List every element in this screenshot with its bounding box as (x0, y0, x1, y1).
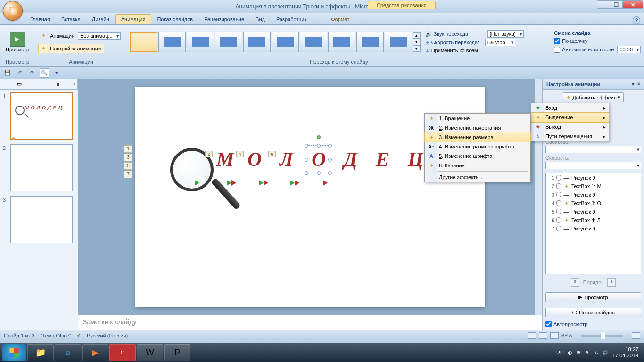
letter-d[interactable]: Д (344, 148, 357, 171)
gallery-down[interactable]: ▾ (413, 39, 421, 45)
animation-tag[interactable]: 5 (124, 162, 132, 170)
apply-all-button[interactable]: ⊞ Применить ко всем (425, 47, 524, 53)
tab-design[interactable]: Дизайн (86, 15, 115, 24)
gallery-expand[interactable]: ▾ (413, 45, 421, 52)
minimize-button[interactable]: ─ (597, 0, 610, 9)
custom-animation-button[interactable]: ✦ Настройка анимации (38, 44, 104, 53)
slideshow-view-button[interactable] (550, 332, 559, 339)
qat-more[interactable]: ▾ (52, 68, 61, 78)
path-point-icon[interactable] (295, 180, 299, 186)
fit-button[interactable] (632, 332, 640, 339)
network-icon[interactable]: 🖧 (593, 350, 598, 355)
animation-list-item[interactable]: 7—Рисунок 9 (546, 224, 641, 233)
close-button[interactable]: ✕ (622, 0, 643, 9)
menu-entrance[interactable]: ★Вход▸ (531, 103, 609, 113)
transition-item[interactable] (215, 32, 242, 52)
menu-motion-paths[interactable]: ☆Пути перемещения▸ (531, 132, 609, 141)
menu-teeter[interactable]: ✦6. Качание (425, 161, 530, 170)
pane-menu[interactable]: ▾ (632, 81, 635, 87)
auto-time-field[interactable]: 00:00 (617, 46, 641, 53)
menu-more-effects[interactable]: Другие эффекты... (425, 173, 530, 182)
tab-home[interactable]: Главная (25, 15, 56, 24)
on-click-checkbox[interactable]: По щелчку (554, 38, 587, 44)
language-bar[interactable]: RU (556, 350, 564, 355)
tray-icon[interactable]: ⚑ (576, 350, 581, 356)
qat-custom-button[interactable]: 🔍 (40, 68, 49, 78)
tab-review[interactable]: Рецензирование (198, 15, 250, 24)
speed-dropdown[interactable] (545, 162, 641, 169)
slides-tab[interactable]: ▭ (0, 79, 39, 89)
animate-dropdown[interactable]: ✦ Анимация: Без анимац... (38, 31, 124, 41)
redo-button[interactable]: ↷ (27, 68, 37, 78)
tab-view[interactable]: Вид (250, 15, 271, 24)
animation-tag[interactable]: 3 (124, 154, 132, 161)
animation-list-item[interactable]: 2✦TextBox 1: М (546, 182, 641, 190)
tab-animations[interactable]: Анимация (115, 14, 152, 24)
add-effect-button[interactable]: ✦ Добавить эффект ▾ (563, 92, 623, 102)
help-button[interactable]: ? (633, 16, 640, 24)
path-point-icon[interactable] (231, 180, 236, 186)
resize-handle[interactable] (328, 171, 332, 175)
transition-item[interactable] (243, 32, 271, 52)
tab-developer[interactable]: Разработчик (271, 15, 312, 24)
transition-item[interactable] (187, 32, 214, 52)
letter-m[interactable]: М (216, 148, 234, 171)
auto-after-checkbox[interactable]: Автоматически после: 00:00 (554, 46, 641, 53)
tab-insert[interactable]: Вставка (56, 15, 86, 24)
clock[interactable]: 10:27 17.04.2019 (612, 346, 638, 359)
zoom-out-button[interactable]: − (575, 333, 578, 338)
path-start-icon[interactable] (195, 180, 199, 186)
transition-item[interactable] (300, 32, 327, 52)
letter-ts[interactable]: Ц (408, 148, 423, 171)
tab-slideshow[interactable]: Показ слайдов (151, 15, 198, 24)
letter-e[interactable]: Е (376, 148, 389, 171)
resize-handle[interactable] (317, 171, 321, 175)
path-end-icon[interactable] (323, 180, 328, 186)
slideshow-button[interactable]: 🖵 Показ слайдов (545, 308, 641, 317)
action-center-icon[interactable]: ⚑ (585, 350, 589, 356)
zoom-in-button[interactable]: + (626, 333, 629, 338)
resize-handle[interactable] (305, 158, 308, 162)
animation-list-item[interactable]: 5—Рисунок 9 (546, 207, 641, 216)
spellcheck-icon[interactable]: ✔ (77, 332, 81, 338)
resize-handle[interactable] (305, 171, 308, 175)
taskbar-ie[interactable]: e (55, 344, 81, 361)
sorter-view-button[interactable] (539, 332, 547, 339)
taskbar-word[interactable]: W (137, 344, 163, 361)
animation-list-item[interactable]: 1—Рисунок 9 (546, 173, 641, 182)
move-up-button[interactable]: ⬆ (571, 278, 579, 287)
animation-list-item[interactable]: 4✦TextBox 3: О (546, 199, 641, 207)
tab-format[interactable]: Формат (325, 15, 355, 24)
property-dropdown[interactable] (545, 146, 641, 153)
preview-button[interactable]: Просмотр (3, 31, 32, 53)
resize-handle[interactable] (328, 158, 332, 162)
menu-grow-shrink[interactable]: ✦3. Изменение размера (424, 132, 531, 142)
taskbar-powerpoint[interactable]: P (164, 344, 190, 361)
rotate-handle[interactable] (317, 135, 321, 139)
autopreview-checkbox[interactable]: Автопросмотр (545, 321, 641, 327)
animation-indicator-icon[interactable]: ✦ (10, 135, 16, 142)
sound-dropdown[interactable]: [Нет звука] (487, 30, 524, 38)
transition-none[interactable] (130, 32, 157, 52)
path-point-icon[interactable] (290, 180, 295, 186)
animate-value[interactable]: Без анимац... (78, 32, 121, 40)
outline-tab[interactable]: ≡ (39, 79, 78, 89)
notes-pane[interactable]: Заметки к слайду (78, 315, 542, 330)
panel-close[interactable]: × (73, 81, 76, 87)
save-button[interactable]: 💾 (3, 68, 12, 78)
menu-spin[interactable]: ✦1. Вращение (425, 114, 530, 123)
animation-list-item[interactable]: 6✦TextBox 4: Л (546, 216, 641, 224)
maximize-button[interactable]: ❐ (610, 0, 623, 9)
zoom-slider[interactable] (581, 335, 623, 337)
move-down-button[interactable]: ⬇ (607, 278, 616, 287)
normal-view-button[interactable] (528, 332, 536, 339)
play-button[interactable]: ▶ Просмотр (545, 292, 641, 302)
speed-dropdown[interactable]: Быстро (485, 39, 515, 46)
letter-l[interactable]: Л (280, 148, 293, 171)
resize-handle[interactable] (317, 144, 321, 148)
gallery-up[interactable]: ▴ (413, 32, 421, 39)
transition-item[interactable] (328, 32, 355, 52)
transition-item[interactable] (158, 32, 186, 52)
animation-tag[interactable]: 7 (124, 171, 132, 178)
slide-thumbnail-2[interactable] (10, 144, 73, 191)
